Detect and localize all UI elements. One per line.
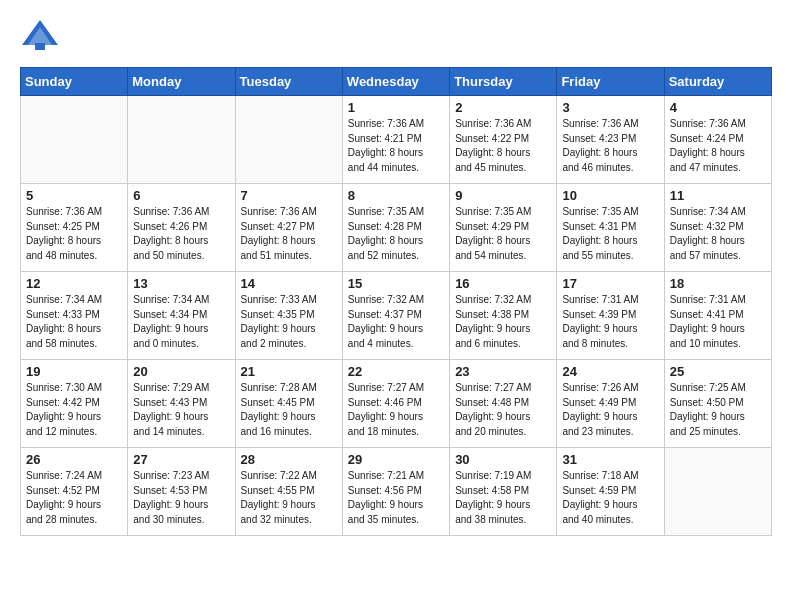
day-number: 1 (348, 100, 444, 115)
day-number: 26 (26, 452, 122, 467)
calendar-cell: 25Sunrise: 7:25 AM Sunset: 4:50 PM Dayli… (664, 360, 771, 448)
day-number: 2 (455, 100, 551, 115)
day-info: Sunrise: 7:35 AM Sunset: 4:29 PM Dayligh… (455, 205, 551, 263)
day-number: 3 (562, 100, 658, 115)
week-row-2: 5Sunrise: 7:36 AM Sunset: 4:25 PM Daylig… (21, 184, 772, 272)
day-info: Sunrise: 7:32 AM Sunset: 4:38 PM Dayligh… (455, 293, 551, 351)
day-number: 4 (670, 100, 766, 115)
day-info: Sunrise: 7:36 AM Sunset: 4:23 PM Dayligh… (562, 117, 658, 175)
weekday-header-friday: Friday (557, 68, 664, 96)
day-info: Sunrise: 7:36 AM Sunset: 4:21 PM Dayligh… (348, 117, 444, 175)
calendar-cell: 19Sunrise: 7:30 AM Sunset: 4:42 PM Dayli… (21, 360, 128, 448)
week-row-1: 1Sunrise: 7:36 AM Sunset: 4:21 PM Daylig… (21, 96, 772, 184)
calendar-cell: 28Sunrise: 7:22 AM Sunset: 4:55 PM Dayli… (235, 448, 342, 536)
day-number: 23 (455, 364, 551, 379)
day-number: 12 (26, 276, 122, 291)
logo (20, 15, 66, 55)
calendar-cell: 9Sunrise: 7:35 AM Sunset: 4:29 PM Daylig… (450, 184, 557, 272)
calendar-cell: 2Sunrise: 7:36 AM Sunset: 4:22 PM Daylig… (450, 96, 557, 184)
day-info: Sunrise: 7:27 AM Sunset: 4:46 PM Dayligh… (348, 381, 444, 439)
weekday-header-sunday: Sunday (21, 68, 128, 96)
day-number: 7 (241, 188, 337, 203)
logo-icon (20, 15, 60, 55)
day-info: Sunrise: 7:31 AM Sunset: 4:39 PM Dayligh… (562, 293, 658, 351)
day-number: 18 (670, 276, 766, 291)
day-number: 8 (348, 188, 444, 203)
day-info: Sunrise: 7:34 AM Sunset: 4:32 PM Dayligh… (670, 205, 766, 263)
calendar-cell: 3Sunrise: 7:36 AM Sunset: 4:23 PM Daylig… (557, 96, 664, 184)
calendar-cell (21, 96, 128, 184)
day-number: 5 (26, 188, 122, 203)
calendar-cell: 5Sunrise: 7:36 AM Sunset: 4:25 PM Daylig… (21, 184, 128, 272)
calendar-cell: 12Sunrise: 7:34 AM Sunset: 4:33 PM Dayli… (21, 272, 128, 360)
calendar: SundayMondayTuesdayWednesdayThursdayFrid… (20, 67, 772, 536)
day-info: Sunrise: 7:21 AM Sunset: 4:56 PM Dayligh… (348, 469, 444, 527)
day-number: 28 (241, 452, 337, 467)
day-number: 19 (26, 364, 122, 379)
week-row-4: 19Sunrise: 7:30 AM Sunset: 4:42 PM Dayli… (21, 360, 772, 448)
day-info: Sunrise: 7:27 AM Sunset: 4:48 PM Dayligh… (455, 381, 551, 439)
calendar-cell: 16Sunrise: 7:32 AM Sunset: 4:38 PM Dayli… (450, 272, 557, 360)
calendar-cell: 30Sunrise: 7:19 AM Sunset: 4:58 PM Dayli… (450, 448, 557, 536)
day-info: Sunrise: 7:32 AM Sunset: 4:37 PM Dayligh… (348, 293, 444, 351)
weekday-header-thursday: Thursday (450, 68, 557, 96)
day-info: Sunrise: 7:29 AM Sunset: 4:43 PM Dayligh… (133, 381, 229, 439)
day-number: 15 (348, 276, 444, 291)
calendar-cell: 14Sunrise: 7:33 AM Sunset: 4:35 PM Dayli… (235, 272, 342, 360)
weekday-header-monday: Monday (128, 68, 235, 96)
day-info: Sunrise: 7:36 AM Sunset: 4:22 PM Dayligh… (455, 117, 551, 175)
day-info: Sunrise: 7:18 AM Sunset: 4:59 PM Dayligh… (562, 469, 658, 527)
calendar-cell (235, 96, 342, 184)
week-row-5: 26Sunrise: 7:24 AM Sunset: 4:52 PM Dayli… (21, 448, 772, 536)
calendar-cell (128, 96, 235, 184)
calendar-cell: 1Sunrise: 7:36 AM Sunset: 4:21 PM Daylig… (342, 96, 449, 184)
calendar-cell: 17Sunrise: 7:31 AM Sunset: 4:39 PM Dayli… (557, 272, 664, 360)
day-number: 21 (241, 364, 337, 379)
calendar-cell: 10Sunrise: 7:35 AM Sunset: 4:31 PM Dayli… (557, 184, 664, 272)
day-number: 13 (133, 276, 229, 291)
day-info: Sunrise: 7:19 AM Sunset: 4:58 PM Dayligh… (455, 469, 551, 527)
day-number: 24 (562, 364, 658, 379)
calendar-cell (664, 448, 771, 536)
calendar-cell: 22Sunrise: 7:27 AM Sunset: 4:46 PM Dayli… (342, 360, 449, 448)
svg-rect-2 (35, 43, 45, 50)
calendar-cell: 23Sunrise: 7:27 AM Sunset: 4:48 PM Dayli… (450, 360, 557, 448)
day-info: Sunrise: 7:22 AM Sunset: 4:55 PM Dayligh… (241, 469, 337, 527)
day-number: 30 (455, 452, 551, 467)
day-number: 25 (670, 364, 766, 379)
day-info: Sunrise: 7:31 AM Sunset: 4:41 PM Dayligh… (670, 293, 766, 351)
calendar-cell: 6Sunrise: 7:36 AM Sunset: 4:26 PM Daylig… (128, 184, 235, 272)
day-info: Sunrise: 7:36 AM Sunset: 4:24 PM Dayligh… (670, 117, 766, 175)
weekday-header-row: SundayMondayTuesdayWednesdayThursdayFrid… (21, 68, 772, 96)
calendar-cell: 18Sunrise: 7:31 AM Sunset: 4:41 PM Dayli… (664, 272, 771, 360)
day-info: Sunrise: 7:36 AM Sunset: 4:25 PM Dayligh… (26, 205, 122, 263)
day-info: Sunrise: 7:26 AM Sunset: 4:49 PM Dayligh… (562, 381, 658, 439)
day-info: Sunrise: 7:35 AM Sunset: 4:31 PM Dayligh… (562, 205, 658, 263)
calendar-cell: 11Sunrise: 7:34 AM Sunset: 4:32 PM Dayli… (664, 184, 771, 272)
weekday-header-tuesday: Tuesday (235, 68, 342, 96)
calendar-cell: 31Sunrise: 7:18 AM Sunset: 4:59 PM Dayli… (557, 448, 664, 536)
day-number: 16 (455, 276, 551, 291)
calendar-cell: 20Sunrise: 7:29 AM Sunset: 4:43 PM Dayli… (128, 360, 235, 448)
weekday-header-wednesday: Wednesday (342, 68, 449, 96)
calendar-cell: 7Sunrise: 7:36 AM Sunset: 4:27 PM Daylig… (235, 184, 342, 272)
day-number: 9 (455, 188, 551, 203)
day-info: Sunrise: 7:30 AM Sunset: 4:42 PM Dayligh… (26, 381, 122, 439)
header (20, 15, 772, 55)
calendar-cell: 21Sunrise: 7:28 AM Sunset: 4:45 PM Dayli… (235, 360, 342, 448)
day-number: 10 (562, 188, 658, 203)
day-number: 6 (133, 188, 229, 203)
day-number: 14 (241, 276, 337, 291)
calendar-cell: 29Sunrise: 7:21 AM Sunset: 4:56 PM Dayli… (342, 448, 449, 536)
calendar-cell: 26Sunrise: 7:24 AM Sunset: 4:52 PM Dayli… (21, 448, 128, 536)
day-info: Sunrise: 7:24 AM Sunset: 4:52 PM Dayligh… (26, 469, 122, 527)
page: SundayMondayTuesdayWednesdayThursdayFrid… (0, 0, 792, 551)
calendar-cell: 13Sunrise: 7:34 AM Sunset: 4:34 PM Dayli… (128, 272, 235, 360)
calendar-cell: 4Sunrise: 7:36 AM Sunset: 4:24 PM Daylig… (664, 96, 771, 184)
day-number: 11 (670, 188, 766, 203)
day-info: Sunrise: 7:36 AM Sunset: 4:27 PM Dayligh… (241, 205, 337, 263)
calendar-cell: 15Sunrise: 7:32 AM Sunset: 4:37 PM Dayli… (342, 272, 449, 360)
day-info: Sunrise: 7:35 AM Sunset: 4:28 PM Dayligh… (348, 205, 444, 263)
day-info: Sunrise: 7:28 AM Sunset: 4:45 PM Dayligh… (241, 381, 337, 439)
calendar-cell: 27Sunrise: 7:23 AM Sunset: 4:53 PM Dayli… (128, 448, 235, 536)
